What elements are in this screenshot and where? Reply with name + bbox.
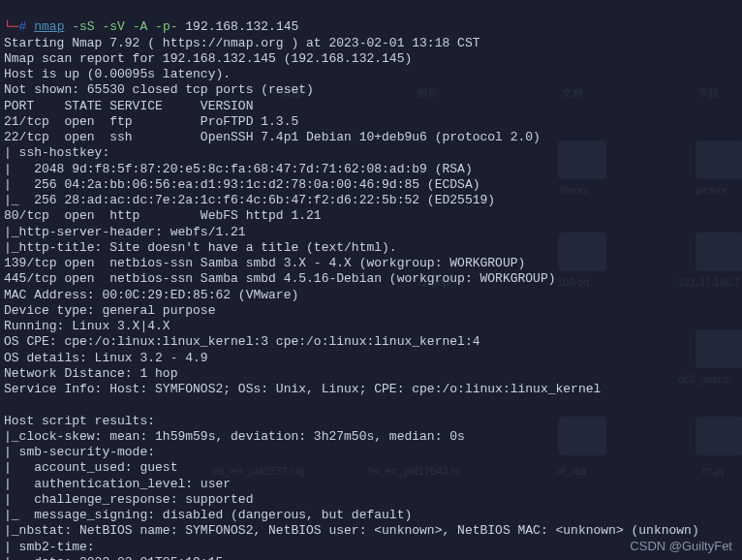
port-row: 21/tcp open ftp ProFTPD 1.3.5 xyxy=(4,114,298,129)
prompt-line: └─# nmap -sS -sV -A -p- 192.168.132.145 xyxy=(4,19,298,34)
output-line: OS details: Linux 3.2 - 4.9 xyxy=(4,351,208,365)
port-row: 139/tcp open netbios-ssn Samba smbd 3.X … xyxy=(4,256,525,270)
output-line: |_nbstat: NetBIOS name: SYMFONOS2, NetBI… xyxy=(4,523,699,538)
output-line: Service Info: Host: SYMFONOS2; OSs: Unix… xyxy=(4,382,601,396)
output-line: | 256 04:2a:bb:06:56:ea:d1:93:1c:d2:78:0… xyxy=(4,177,479,192)
command-flags: -sS -sV -A -p- xyxy=(72,19,177,34)
output-line: | smb2-time: xyxy=(4,540,102,554)
output-line: OS CPE: cpe:/o:linux:linux_kernel:3 cpe:… xyxy=(4,334,479,349)
output-line: | date: 2023-02-01T05:19:15 xyxy=(4,555,223,560)
ports-header: PORT STATE SERVICE VERSION xyxy=(4,99,253,113)
command-target: 192.168.132.145 xyxy=(185,19,298,34)
output-line: Starting Nmap 7.92 ( https://nmap.org ) … xyxy=(4,36,479,50)
output-line: | account_used: guest xyxy=(4,460,177,475)
output-line: |_ 256 28:ad:ac:dc:7e:2a:1c:f6:4c:6b:47:… xyxy=(4,193,495,207)
output-line: MAC Address: 00:0C:29:ED:85:62 (VMware) xyxy=(4,288,298,302)
output-line: Not shown: 65530 closed tcp ports (reset… xyxy=(4,82,314,97)
port-row: 80/tcp open http WebFS httpd 1.21 xyxy=(4,208,322,223)
port-row: 22/tcp open ssh OpenSSH 7.4p1 Debian 10+… xyxy=(4,130,541,144)
output-line: | challenge_response: supported xyxy=(4,492,253,507)
output-line: Nmap scan report for 192.168.132.145 (19… xyxy=(4,51,412,66)
prompt-arrow: └─ xyxy=(4,19,19,34)
prompt-hash: # xyxy=(19,19,27,34)
command-name: nmap xyxy=(34,19,64,34)
output-line: Running: Linux 3.X|4.X xyxy=(4,319,170,333)
output-line: Network Distance: 1 hop xyxy=(4,366,177,381)
output-line: |_clock-skew: mean: 1h59m59s, deviation:… xyxy=(4,429,465,444)
output-line: | ssh-hostkey: xyxy=(4,145,117,160)
output-line: |_http-server-header: webfs/1.21 xyxy=(4,225,246,239)
output-line: | 2048 9d:f8:5f:87:20:e5:8c:fa:68:47:7d:… xyxy=(4,162,473,176)
output-line: | authentication_level: user xyxy=(4,477,231,491)
output-line: |_ message_signing: disabled (dangerous,… xyxy=(4,508,412,522)
watermark-text: CSDN @GuiltyFet xyxy=(630,539,732,554)
output-line: Host script results: xyxy=(4,414,155,428)
output-line: Host is up (0.00095s latency). xyxy=(4,67,231,81)
port-row: 445/tcp open netbios-ssn Samba smbd 4.5.… xyxy=(4,271,556,286)
output-line: Device type: general purpose xyxy=(4,303,215,318)
output-line: | smb-security-mode: xyxy=(4,445,163,459)
terminal-output[interactable]: └─# nmap -sS -sV -A -p- 192.168.132.145 … xyxy=(4,4,738,560)
output-line: |_http-title: Site doesn't have a title … xyxy=(4,240,397,255)
